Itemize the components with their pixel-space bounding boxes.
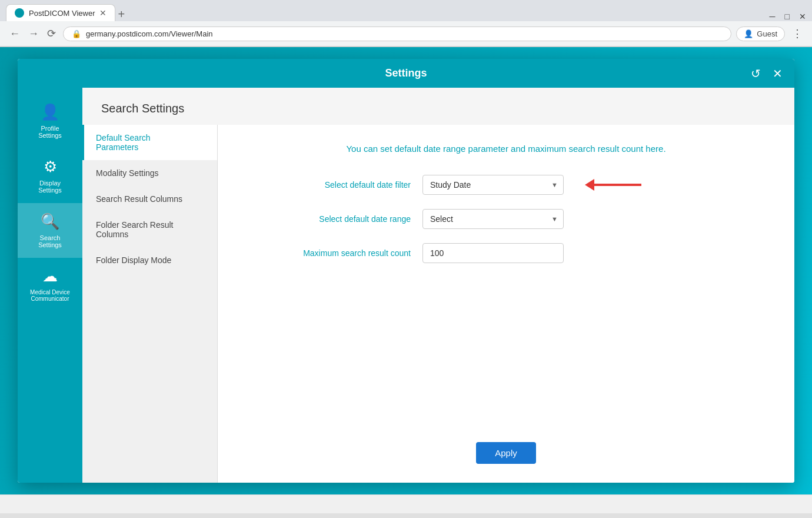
close-button[interactable]: ✕	[799, 12, 806, 21]
arrowhead-icon	[585, 179, 594, 191]
modal-close-button[interactable]: ✕	[770, 64, 785, 83]
active-tab[interactable]: PostDICOM Viewer ✕	[6, 4, 115, 21]
sidebar-label-display: Display Settings	[38, 180, 62, 194]
bottom-bar	[0, 494, 812, 513]
nav-label-search-result: Search Result Columns	[96, 194, 182, 204]
browser-chrome: PostDICOM Viewer ✕ + ─ □ ✕ ← → ⟳ 🔒 👤 Gue…	[0, 0, 812, 47]
guest-label: Guest	[757, 29, 777, 38]
profile-icon: 👤	[41, 103, 59, 121]
date-filter-label: Select default date filter	[246, 180, 411, 190]
tab-title: PostDICOM Viewer	[29, 9, 95, 18]
sidebar-item-display[interactable]: ⚙ Display Settings	[18, 148, 82, 203]
url-input[interactable]	[86, 29, 723, 38]
back-button[interactable]: ←	[7, 25, 22, 42]
icon-sidebar: 👤 Profile Settings ⚙ Display Settings 🔍 …	[18, 88, 82, 483]
guest-button[interactable]: 👤 Guest	[736, 26, 785, 41]
modal-header: Settings ↺ ✕	[18, 59, 794, 88]
modal-header-actions: ↺ ✕	[748, 64, 785, 83]
nav-buttons: ← → ⟳	[7, 25, 58, 42]
nav-label-folder-search: Folder Search Result Columns	[96, 220, 174, 239]
address-bar: 🔒	[63, 26, 731, 41]
date-filter-row: Select default date filter Study Date Se…	[246, 175, 766, 195]
page-title: Search Settings	[101, 102, 776, 115]
arrow-line	[594, 184, 641, 186]
modal-body: 👤 Profile Settings ⚙ Display Settings 🔍 …	[18, 88, 794, 483]
new-tab-button[interactable]: +	[118, 8, 125, 21]
max-result-input[interactable]	[422, 243, 564, 263]
form-section: Select default date filter Study Date Se…	[246, 175, 766, 263]
minimize-button[interactable]: ─	[770, 12, 776, 21]
nav-item-folder-display[interactable]: Folder Display Mode	[82, 247, 217, 273]
date-range-select[interactable]: Select Today Last 7 Days Last 30 Days La…	[422, 209, 564, 229]
date-filter-select-wrapper: Study Date Series Date Acquisition Date	[422, 175, 564, 195]
maximize-button[interactable]: □	[785, 12, 790, 21]
sidebar-item-profile[interactable]: 👤 Profile Settings	[18, 94, 82, 148]
settings-modal: Settings ↺ ✕ 👤 Profile Settings ⚙ Displa…	[18, 59, 794, 483]
nav-item-search-result[interactable]: Search Result Columns	[82, 186, 217, 212]
nav-item-default-search[interactable]: Default Search Parameters	[82, 125, 217, 160]
display-icon: ⚙	[44, 158, 57, 176]
more-options-button[interactable]: ⋮	[790, 25, 805, 42]
medical-icon: ☁	[42, 267, 58, 285]
date-filter-select[interactable]: Study Date Series Date Acquisition Date	[422, 175, 564, 195]
nav-label-folder-display: Folder Display Mode	[96, 255, 171, 265]
sidebar-item-medical[interactable]: ☁ Medical Device Communicator	[18, 258, 82, 311]
reset-button[interactable]: ↺	[748, 64, 763, 83]
nav-item-modality[interactable]: Modality Settings	[82, 160, 217, 186]
main-content: You can set default date range parameter…	[218, 125, 794, 483]
lock-icon: 🔒	[72, 29, 81, 38]
tab-close-button[interactable]: ✕	[99, 8, 107, 18]
left-nav: Default Search Parameters Modality Setti…	[82, 125, 218, 483]
nav-item-folder-search[interactable]: Folder Search Result Columns	[82, 212, 217, 247]
settings-overlay: Settings ↺ ✕ 👤 Profile Settings ⚙ Displa…	[0, 47, 812, 494]
max-result-label: Maximum search result count	[246, 248, 411, 258]
red-arrow	[585, 179, 641, 191]
apply-button[interactable]: Apply	[476, 442, 536, 464]
arrow-annotation	[585, 179, 641, 191]
date-range-select-wrapper: Select Today Last 7 Days Last 30 Days La…	[422, 209, 564, 229]
date-range-row: Select default date range Select Today L…	[246, 209, 766, 229]
tab-bar: PostDICOM Viewer ✕ + ─ □ ✕	[0, 0, 812, 21]
guest-icon: 👤	[744, 29, 753, 38]
date-range-label: Select default date range	[246, 214, 411, 224]
modal-title: Settings	[385, 67, 427, 79]
max-result-row: Maximum search result count	[246, 243, 766, 263]
content-header: Search Settings	[82, 88, 794, 125]
info-text: You can set default date range parameter…	[246, 144, 766, 154]
action-bar: Apply	[246, 423, 766, 464]
content-area: Search Settings Default Search Parameter…	[82, 88, 794, 483]
sidebar-label-profile: Profile Settings	[38, 125, 62, 139]
content-split: Default Search Parameters Modality Setti…	[82, 125, 794, 483]
sidebar-label-search: Search Settings	[38, 234, 62, 248]
window-controls: ─ □ ✕	[770, 12, 806, 21]
nav-label-modality: Modality Settings	[96, 168, 159, 178]
sidebar-label-medical: Medical Device Communicator	[30, 289, 70, 302]
refresh-button[interactable]: ⟳	[45, 25, 58, 42]
nav-label-default-search: Default Search Parameters	[96, 133, 151, 152]
tab-favicon	[15, 8, 24, 18]
browser-nav: ← → ⟳ 🔒 👤 Guest ⋮	[0, 21, 812, 47]
forward-button[interactable]: →	[26, 25, 41, 42]
search-icon: 🔍	[41, 212, 59, 231]
sidebar-item-search[interactable]: 🔍 Search Settings	[18, 203, 82, 258]
